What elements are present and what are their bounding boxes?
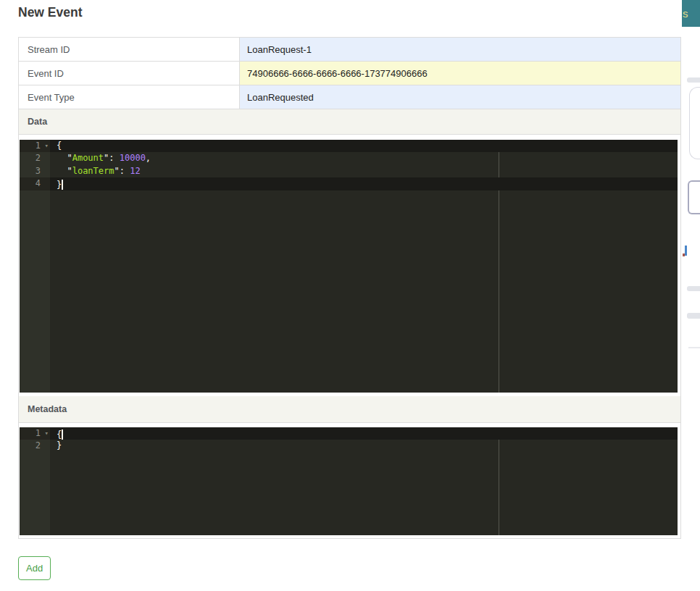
line-number: 1▾ — [20, 140, 50, 152]
data-json-editor[interactable]: 1▾{2 "Amount": 10000,3 "loanTerm": 124} — [20, 140, 678, 393]
code-token: ": — [114, 166, 130, 176]
event-id-label: Event ID — [19, 62, 240, 85]
event-id-row: Event ID 74906666-6666-6666-6666-1737749… — [19, 62, 680, 85]
metadata-section-header: Metadata — [19, 396, 680, 423]
code-line: { — [50, 427, 678, 440]
code-token: Amount — [72, 153, 104, 163]
code-line: } — [50, 440, 678, 452]
clipped-corner-button[interactable]: s — [682, 0, 700, 27]
editor-line: 1▾{ — [20, 140, 678, 152]
clipped-fragment-blue-glyph — [685, 246, 687, 256]
clipped-fragment-blue-glyph-notch — [683, 253, 685, 256]
code-line: "loanTerm": 12 — [50, 165, 678, 177]
editor-lines: 1▾{2} — [20, 427, 678, 453]
stream-id-label: Stream ID — [19, 38, 240, 61]
data-section-header: Data — [19, 109, 680, 135]
clipped-fragment-dash — [687, 77, 700, 83]
code-line: } — [50, 177, 678, 190]
new-event-form: Stream ID LoanRequest-1 Event ID 7490666… — [18, 37, 681, 539]
code-line: "Amount": 10000, — [50, 152, 678, 164]
clipped-fragment-button-outline — [688, 180, 700, 214]
metadata-section-label: Metadata — [28, 404, 67, 414]
code-token: } — [57, 440, 62, 450]
code-token: 12 — [130, 166, 140, 176]
data-section-label: Data — [28, 117, 47, 127]
page-title: New Event — [18, 5, 83, 20]
clipped-fragment-dash — [687, 313, 700, 319]
event-id-input[interactable]: 74906666-6666-6666-6666-173774906666 — [240, 62, 680, 85]
code-token: ": — [104, 153, 120, 163]
clipped-fragment-dash — [687, 286, 700, 291]
editor-line: 4} — [20, 177, 678, 190]
editor-line: 3 "loanTerm": 12 — [20, 165, 678, 177]
fold-arrow-icon[interactable]: ▾ — [45, 427, 49, 440]
stream-id-row: Stream ID LoanRequest-1 — [19, 38, 680, 62]
clipped-fragment-line — [688, 347, 700, 348]
line-number: 2 — [20, 440, 50, 452]
editor-line: 2 "Amount": 10000, — [20, 152, 678, 164]
line-number: 2 — [20, 152, 50, 164]
stream-id-input[interactable]: LoanRequest-1 — [240, 38, 680, 61]
text-cursor — [62, 429, 63, 440]
event-type-label: Event Type — [19, 85, 240, 109]
line-number: 3 — [20, 165, 50, 177]
line-number: 4 — [20, 177, 50, 190]
code-token: " — [57, 166, 72, 176]
new-event-page: New Event s Stream ID LoanRequest-1 Even… — [0, 0, 700, 591]
code-token: , — [146, 153, 151, 163]
add-button[interactable]: Add — [18, 556, 51, 580]
code-token: } — [57, 180, 62, 190]
event-type-row: Event Type LoanRequested — [19, 85, 680, 109]
editor-lines: 1▾{2 "Amount": 10000,3 "loanTerm": 124} — [20, 140, 678, 190]
code-token: loanTerm — [72, 166, 114, 176]
text-cursor — [62, 180, 63, 190]
clipped-corner-button-label: s — [683, 7, 688, 20]
code-line: { — [50, 140, 678, 152]
metadata-json-editor[interactable]: 1▾{2} — [20, 427, 678, 535]
fold-arrow-icon[interactable]: ▾ — [45, 140, 49, 152]
code-token: { — [57, 429, 62, 440]
editor-line: 1▾{ — [20, 427, 678, 440]
code-token: { — [57, 141, 62, 151]
editor-line: 2} — [20, 440, 678, 452]
event-type-input[interactable]: LoanRequested — [240, 85, 680, 109]
code-token: " — [57, 153, 72, 163]
line-number: 1▾ — [20, 427, 50, 440]
clipped-fragment-outline — [689, 87, 700, 159]
code-token: 10000 — [120, 153, 146, 163]
